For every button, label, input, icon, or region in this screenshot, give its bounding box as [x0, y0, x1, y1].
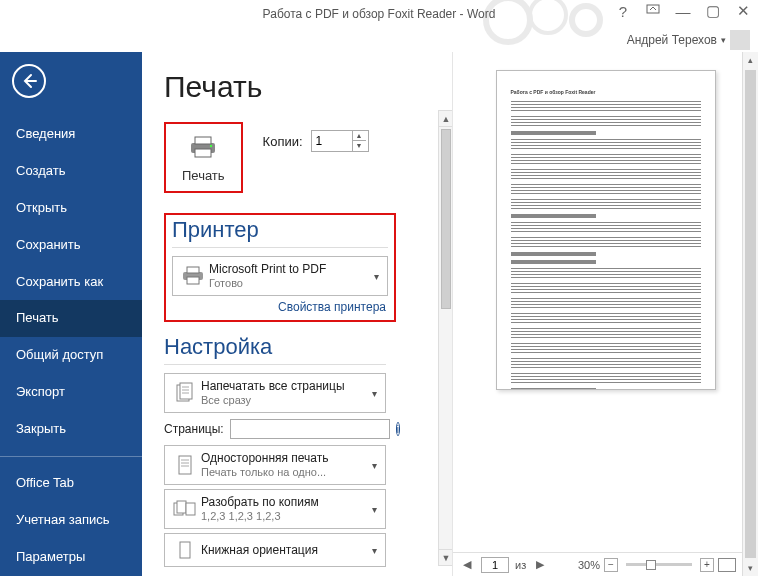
copies-up-button[interactable]: ▲	[353, 131, 366, 141]
title-bar: Работа с PDF и обзор Foxit Reader - Word…	[0, 0, 758, 28]
ribbon-options-button[interactable]	[642, 2, 664, 20]
copies-stepper[interactable]: ▲ ▼	[311, 130, 369, 152]
window-title: Работа с PDF и обзор Foxit Reader - Word	[263, 7, 496, 21]
svg-rect-16	[179, 456, 191, 474]
preview-page-title: Работа с PDF и обзор Foxit Reader	[511, 89, 701, 95]
copies-label: Копии:	[263, 134, 303, 149]
sidebar-item-saveas[interactable]: Сохранить как	[0, 264, 142, 301]
printer-selector[interactable]: Microsoft Print to PDF Готово ▾	[172, 256, 388, 296]
zoom-out-button[interactable]: −	[604, 558, 618, 572]
svg-rect-10	[187, 277, 199, 284]
sidebar-item-save[interactable]: Сохранить	[0, 227, 142, 264]
chevron-down-icon: ▾	[367, 504, 381, 515]
printer-small-icon	[177, 266, 209, 286]
sidebar-item-open[interactable]: Открыть	[0, 190, 142, 227]
duplex-sub: Печать только на одно...	[201, 466, 367, 479]
scroll-up-button[interactable]: ▴	[743, 52, 758, 68]
print-settings-panel: Печать Печать Копии: ▲ ▼	[142, 52, 452, 576]
printer-icon	[184, 134, 222, 160]
scroll-down-button[interactable]: ▾	[743, 560, 758, 576]
page-heading: Печать	[164, 70, 448, 104]
sidebar-item-officetab[interactable]: Office Tab	[0, 465, 142, 502]
svg-rect-21	[177, 501, 186, 513]
scroll-thumb[interactable]	[745, 70, 756, 558]
arrow-left-icon	[20, 72, 38, 90]
zoom-to-page-button[interactable]	[718, 558, 736, 572]
sidebar-item-share[interactable]: Общий доступ	[0, 337, 142, 374]
printer-section: Принтер Microsoft Print to PDF Готово ▾ …	[164, 213, 396, 322]
svg-rect-5	[195, 137, 211, 144]
chevron-down-icon: ▾	[367, 460, 381, 471]
pages-input[interactable]	[230, 419, 390, 439]
svg-point-7	[210, 145, 212, 147]
scroll-thumb[interactable]	[441, 129, 451, 309]
preview-page: Работа с PDF и обзор Foxit Reader	[496, 70, 716, 390]
print-range-title: Напечатать все страницы	[201, 379, 367, 393]
scroll-up-button[interactable]: ▲	[439, 111, 453, 127]
duplex-title: Односторонняя печать	[201, 451, 367, 465]
sidebar-item-label: Общий доступ	[16, 347, 103, 362]
print-button[interactable]: Печать	[164, 122, 243, 193]
user-menu-caret[interactable]: ▾	[721, 35, 726, 45]
pages-label: Страницы:	[164, 422, 224, 436]
sidebar-item-info[interactable]: Сведения	[0, 116, 142, 153]
sidebar-item-account[interactable]: Учетная запись	[0, 502, 142, 539]
orientation-selector[interactable]: Книжная ориентация ▾	[164, 533, 386, 567]
back-button[interactable]	[12, 64, 46, 98]
chevron-down-icon: ▾	[369, 271, 383, 282]
backstage-sidebar: Сведения Создать Открыть Сохранить Сохра…	[0, 52, 142, 576]
print-range-sub: Все сразу	[201, 394, 367, 407]
maximize-button[interactable]: ▢	[702, 2, 724, 20]
sidebar-item-label: Сохранить как	[16, 274, 103, 289]
sidebar-item-print[interactable]: Печать	[0, 300, 142, 337]
copies-down-button[interactable]: ▼	[353, 141, 366, 151]
user-name[interactable]: Андрей Терехов	[627, 33, 717, 47]
portrait-icon	[169, 540, 201, 560]
sidebar-item-label: Учетная запись	[16, 512, 110, 527]
sidebar-item-export[interactable]: Экспорт	[0, 374, 142, 411]
next-page-button[interactable]: ▶	[532, 558, 548, 571]
scroll-down-button[interactable]: ▼	[439, 549, 453, 565]
print-preview-panel: Работа с PDF и обзор Foxit Reader ▴ ▾ ◀ …	[452, 52, 758, 576]
settings-section-head: Настройка	[164, 334, 386, 367]
printer-name: Microsoft Print to PDF	[209, 262, 369, 276]
page-of-label: из	[515, 559, 526, 571]
sidebar-item-label: Закрыть	[16, 421, 66, 436]
preview-statusbar: ◀ из ▶ 30% − +	[453, 552, 742, 576]
duplex-selector[interactable]: Односторонняя печать Печать только на од…	[164, 445, 386, 485]
zoom-slider[interactable]	[626, 563, 692, 566]
sidebar-item-label: Параметры	[16, 549, 85, 564]
prev-page-button[interactable]: ◀	[459, 558, 475, 571]
collate-icon	[169, 499, 201, 519]
sidebar-item-label: Создать	[16, 163, 65, 178]
help-button[interactable]: ?	[612, 2, 634, 20]
sidebar-item-label: Печать	[16, 310, 59, 325]
zoom-value: 30%	[578, 559, 600, 571]
pages-icon	[169, 382, 201, 404]
printer-properties-link[interactable]: Свойства принтера	[172, 300, 388, 314]
one-sided-icon	[169, 454, 201, 476]
svg-rect-22	[186, 503, 195, 515]
sidebar-item-close[interactable]: Закрыть	[0, 411, 142, 448]
collate-title: Разобрать по копиям	[201, 495, 367, 509]
print-range-selector[interactable]: Напечатать все страницы Все сразу ▾	[164, 373, 386, 413]
collate-selector[interactable]: Разобрать по копиям 1,2,3 1,2,3 1,2,3 ▾	[164, 489, 386, 529]
page-number-input[interactable]	[481, 557, 509, 573]
close-button[interactable]: ✕	[732, 2, 754, 20]
minimize-button[interactable]: —	[672, 2, 694, 20]
printer-status: Готово	[209, 277, 369, 290]
sidebar-item-label: Сохранить	[16, 237, 81, 252]
sidebar-divider	[0, 456, 142, 457]
zoom-in-button[interactable]: +	[700, 558, 714, 572]
copies-input[interactable]	[312, 134, 352, 148]
sidebar-item-label: Office Tab	[16, 475, 74, 490]
chevron-down-icon: ▾	[367, 545, 381, 556]
avatar[interactable]	[730, 30, 750, 50]
print-button-label: Печать	[182, 168, 225, 183]
svg-rect-23	[180, 542, 190, 558]
sidebar-item-label: Сведения	[16, 126, 75, 141]
info-icon[interactable]: i	[396, 422, 400, 436]
preview-scrollbar[interactable]: ▴ ▾	[742, 52, 758, 576]
sidebar-item-new[interactable]: Создать	[0, 153, 142, 190]
sidebar-item-options[interactable]: Параметры	[0, 539, 142, 576]
